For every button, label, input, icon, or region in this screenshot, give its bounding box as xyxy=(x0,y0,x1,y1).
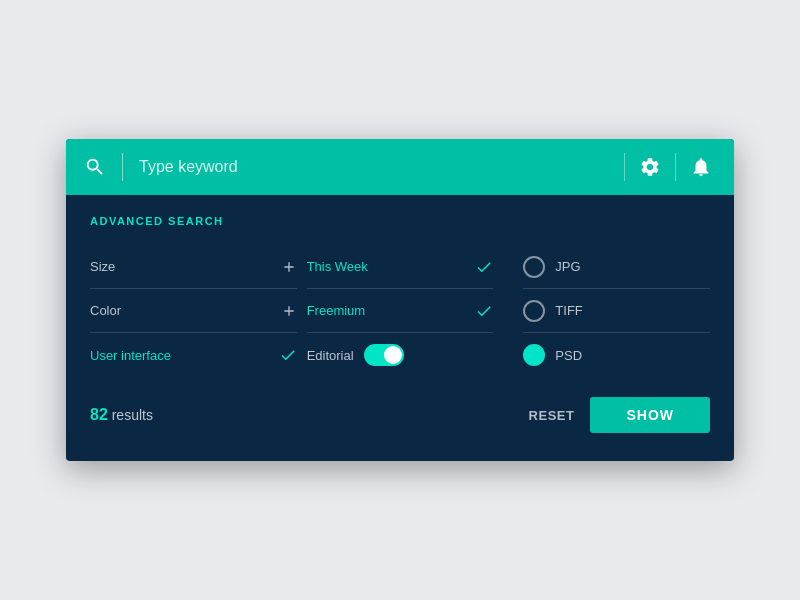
search-bar xyxy=(66,139,734,195)
jpg-checkbox[interactable] xyxy=(523,256,545,278)
psd-checkbox[interactable] xyxy=(523,344,545,366)
freemium-row: Freemium xyxy=(307,289,494,333)
thisweek-check-icon[interactable] xyxy=(475,258,493,276)
reset-button[interactable]: RESET xyxy=(529,408,575,423)
search-input[interactable] xyxy=(139,158,610,176)
show-button[interactable]: SHOW xyxy=(590,397,710,433)
col1: Size Color User interface xyxy=(90,245,297,377)
freemium-check-icon[interactable] xyxy=(475,302,493,320)
results-count: 82 xyxy=(90,406,108,423)
userinterface-row: User interface xyxy=(90,333,297,377)
search-panel: ADVANCED SEARCH Size Color User int xyxy=(66,139,734,461)
thisweek-label: This Week xyxy=(307,259,368,274)
toggle-track xyxy=(364,344,404,366)
search-divider xyxy=(122,153,123,181)
header-icons xyxy=(620,152,716,182)
col2: This Week Freemium Editorial xyxy=(297,245,504,377)
filters-grid: Size Color User interface xyxy=(90,245,710,377)
freemium-label: Freemium xyxy=(307,303,366,318)
advanced-search-panel: ADVANCED SEARCH Size Color User int xyxy=(66,195,734,461)
results-label: results xyxy=(112,407,153,423)
bell-icon xyxy=(690,156,712,178)
footer: 82 results RESET SHOW xyxy=(90,381,710,437)
col3: JPG TIFF PSD xyxy=(503,245,710,377)
psd-row: PSD xyxy=(523,333,710,377)
color-plus-icon[interactable] xyxy=(281,303,297,319)
color-label: Color xyxy=(90,303,121,318)
panel-title: ADVANCED SEARCH xyxy=(90,215,710,227)
tiff-row: TIFF xyxy=(523,289,710,333)
icon-divider2 xyxy=(675,153,676,181)
gear-button[interactable] xyxy=(635,152,665,182)
size-row: Size xyxy=(90,245,297,289)
bell-button[interactable] xyxy=(686,152,716,182)
tiff-label: TIFF xyxy=(555,303,582,318)
results-text: 82 results xyxy=(90,406,153,424)
gear-icon xyxy=(639,156,661,178)
psd-label: PSD xyxy=(555,348,582,363)
footer-actions: RESET SHOW xyxy=(529,397,710,433)
jpg-row: JPG xyxy=(523,245,710,289)
userinterface-check-icon[interactable] xyxy=(279,346,297,364)
size-plus-icon[interactable] xyxy=(281,259,297,275)
search-icon xyxy=(84,156,106,178)
color-row: Color xyxy=(90,289,297,333)
jpg-label: JPG xyxy=(555,259,580,274)
tiff-checkbox[interactable] xyxy=(523,300,545,322)
editorial-label: Editorial xyxy=(307,348,354,363)
thisweek-row: This Week xyxy=(307,245,494,289)
size-label: Size xyxy=(90,259,115,274)
userinterface-label: User interface xyxy=(90,348,171,363)
toggle-thumb xyxy=(384,346,402,364)
editorial-toggle[interactable] xyxy=(364,344,404,366)
editorial-row: Editorial xyxy=(307,333,494,377)
icon-divider xyxy=(624,153,625,181)
